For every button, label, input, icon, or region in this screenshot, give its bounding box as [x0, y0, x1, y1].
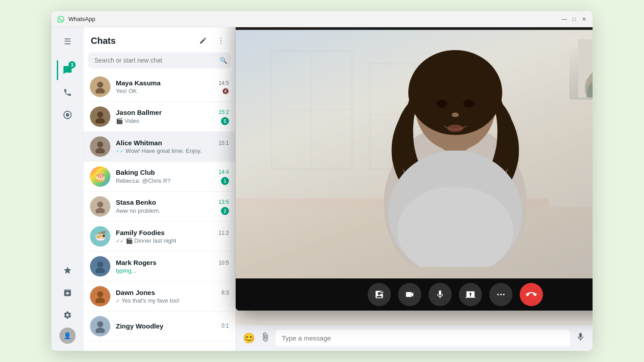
avatar-stasa — [90, 196, 110, 217]
close-button[interactable]: ✕ — [581, 16, 587, 22]
chat-info-family: Family Foodies 11:2 ✓✓ 🎬 Dinner last nig… — [116, 229, 229, 244]
minimize-button[interactable]: — — [561, 16, 568, 22]
chat-time-maya: 14:5 — [219, 80, 229, 86]
sidebar-item-archive[interactable] — [58, 283, 77, 303]
chat-name-jason: Jason Ballmer — [116, 109, 162, 116]
emoji-button[interactable]: 😊 — [243, 333, 255, 344]
svg-point-36 — [447, 125, 463, 132]
chat-item-mark[interactable]: Mark Rogers 10:5 typing... — [84, 252, 235, 282]
svg-point-55 — [500, 294, 502, 295]
badge-baking: 1 — [221, 177, 229, 185]
sidebar-item-calls[interactable] — [58, 83, 77, 102]
search-input[interactable] — [88, 52, 231, 68]
svg-point-6 — [96, 88, 105, 93]
chat-menu-button[interactable] — [214, 34, 228, 48]
avatar-baking: 🎂 — [90, 166, 110, 187]
screen-share-button[interactable] — [459, 283, 482, 306]
svg-point-2 — [220, 38, 221, 39]
chat-preview-mark: typing... — [116, 267, 229, 274]
svg-point-5 — [97, 82, 103, 88]
video-main — [236, 30, 593, 278]
menu-icon[interactable]: ☰ — [58, 32, 77, 51]
chat-item-alice[interactable]: Alice Whitman 15:1 ✓✓ Wow! Have great ti… — [84, 132, 235, 162]
svg-point-8 — [96, 118, 105, 123]
chat-name-dawn: Dawn Jones — [116, 289, 155, 296]
chat-info-baking: Baking Club 14:4 Rebecca: @Chris R? 1 — [116, 168, 229, 185]
chat-panel-header: Chats — [84, 27, 235, 52]
maximize-button[interactable]: □ — [571, 16, 577, 22]
chat-time-jason: 15:2 — [219, 109, 229, 115]
mic-button[interactable] — [576, 332, 585, 345]
sidebar-item-starred[interactable] — [58, 261, 77, 280]
title-bar: WhatsApp — □ ✕ — [51, 11, 593, 27]
chat-preview-stasa: Aww no problem. — [116, 207, 218, 214]
chat-name-stasa: Stasa Benko — [116, 198, 156, 206]
app-body: ☰ 3 👤 — [51, 27, 593, 351]
chat-time-stasa: 13:5 — [219, 199, 229, 205]
sidebar-item-chats[interactable]: 3 — [57, 60, 76, 80]
video-background — [236, 30, 593, 278]
avatar-mark — [90, 256, 110, 277]
chat-time-dawn: 8:3 — [221, 290, 229, 296]
svg-point-56 — [503, 294, 505, 295]
chat-item-dawn[interactable]: Dawn Jones 8:3 ✓ Yes that's my fave too! — [84, 282, 235, 311]
chat-panel: Chats 🔍 — [84, 27, 236, 351]
chat-item-family[interactable]: 🍜 Family Foodies 11:2 ✓✓ 🎬 Dinner last n… — [84, 222, 235, 252]
video-call-window: Susanna Davis End-to-end endcrypted — □ … — [236, 27, 593, 311]
new-chat-button[interactable] — [196, 34, 210, 48]
mute-button[interactable] — [428, 283, 452, 306]
svg-point-15 — [97, 291, 103, 298]
end-call-button[interactable] — [520, 283, 543, 306]
chat-preview-dawn: ✓ Yes that's my fave too! — [116, 297, 229, 304]
chat-panel-title: Chats — [91, 36, 116, 46]
chat-name-baking: Baking Club — [116, 168, 155, 176]
svg-point-32 — [408, 50, 502, 135]
avatar-maya — [90, 76, 110, 97]
avatar-family: 🍜 — [90, 226, 110, 247]
more-options-button[interactable] — [489, 283, 513, 306]
chat-time-mark: 10:5 — [219, 260, 229, 266]
chat-info-jason: Jason Ballmer 15:2 🎬 Video 5 — [116, 109, 229, 125]
svg-point-18 — [96, 328, 105, 333]
chat-name-zingy: Zingy Woodley — [116, 322, 163, 330]
user-avatar[interactable]: 👤 — [59, 328, 76, 344]
add-person-button[interactable] — [368, 283, 391, 306]
search-icon: 🔍 — [220, 57, 227, 64]
attach-button[interactable] — [260, 332, 270, 345]
svg-point-13 — [97, 261, 103, 268]
chat-name-alice: Alice Whitman — [116, 139, 162, 147]
search-bar: 🔍 — [88, 52, 231, 68]
chat-info-alice: Alice Whitman 15:1 ✓✓ Wow! Have great ti… — [116, 139, 229, 154]
svg-point-10 — [96, 148, 105, 153]
svg-point-1 — [66, 113, 69, 116]
svg-point-17 — [97, 321, 103, 328]
chat-name-maya: Maya Kasuma — [116, 79, 161, 87]
svg-point-4 — [220, 42, 221, 43]
avatar-dawn — [90, 286, 110, 307]
chat-preview-alice: ✓✓ Wow! Have great time. Enjoy. — [116, 147, 229, 154]
chat-item-baking[interactable]: 🎂 Baking Club 14:4 Rebecca: @Chris R? 1 — [84, 162, 235, 192]
chat-preview-jason: 🎬 Video — [116, 118, 218, 124]
main-area: ');"> 😊 Susanna Davis — [236, 27, 593, 351]
message-input[interactable] — [275, 330, 570, 346]
pip-person-view — [569, 37, 593, 100]
chat-item-maya[interactable]: Maya Kasuma 14:5 Yes! OK 🔇 — [84, 72, 235, 102]
app-window: WhatsApp — □ ✕ ☰ 3 — [51, 11, 593, 351]
svg-point-11 — [97, 202, 103, 208]
chat-name-mark: Mark Rogers — [116, 259, 157, 266]
chat-item-zingy[interactable]: Zingy Woodley 0:1 — [84, 311, 235, 341]
chat-item-jason[interactable]: Jason Ballmer 15:2 🎬 Video 5 — [84, 102, 235, 132]
chat-name-family: Family Foodies — [116, 229, 165, 236]
sidebar-item-status[interactable] — [58, 105, 77, 125]
svg-point-14 — [96, 268, 105, 273]
pip-video — [569, 37, 593, 100]
sidebar-item-settings[interactable] — [58, 305, 77, 325]
chat-info-dawn: Dawn Jones 8:3 ✓ Yes that's my fave too! — [116, 289, 229, 304]
video-toggle-button[interactable] — [398, 283, 421, 306]
svg-point-35 — [452, 113, 459, 117]
chats-badge: 3 — [68, 61, 76, 68]
chat-item-stasa[interactable]: Stasa Benko 13:5 Aww no problem. 2 — [84, 192, 235, 222]
badge-jason: 5 — [221, 117, 229, 125]
message-bar: 😊 — [236, 325, 593, 351]
chat-info-zingy: Zingy Woodley 0:1 — [116, 322, 229, 331]
